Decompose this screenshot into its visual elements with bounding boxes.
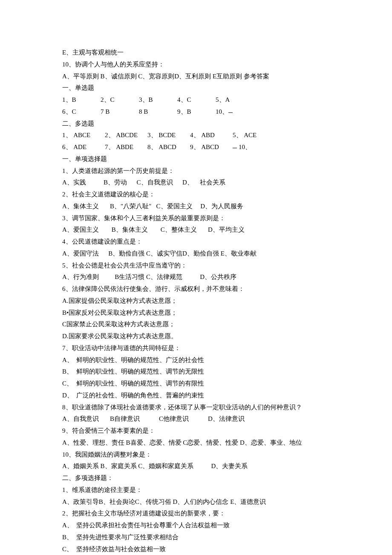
ans-8: 8 B [139,106,177,118]
ans-1: 1、B [62,94,101,106]
question-10: 10、协调个人与他人的关系应坚持： [62,59,330,71]
q3-text: 3、调节国家、集体和个人三者利益关系的最重要原则是： [62,213,330,224]
section-heading-single: 一、单选题 [62,82,330,94]
section-heading-multi-choice: 二、多项选择题： [62,472,330,484]
ans-9: 9、B [177,106,216,118]
multi-answers-row-2: 6、 ADE 7、 ABDE 8、 ABCD 9、 ABCD 10、 [62,141,330,153]
q7-option-c: C、 鲜明的职业性、明确的规范性、调节的有限性 [62,378,330,390]
q9-options: A、性爱、理想、责任 B喜爱、恋爱、情爱 C恋爱、情爱、性爱 D、恋爱、事业、地… [62,437,330,449]
q7-option-a: A、 鲜明的职业性、明确的规范性、广泛的社会性 [62,354,330,366]
ans-7: 7 B [101,106,139,118]
mq1-text: 1、维系道德的途径主要是： [62,484,330,496]
ans-3: 3、B [139,94,177,106]
question-10-options: A、平等原则 B、诚信原则 C、宽容原则D、互利原则 E互助原则 参考答案 [62,71,330,83]
q1-options: A、实践 B、劳动 C、自我意识 D、 社会关系 [62,177,330,189]
q7-option-b: B、 鲜明的职业性、明确的规范性、调节的无限性 [62,366,330,378]
ans-4: 4、C [177,94,216,106]
q6-option-c: C国家禁止公民采取这种方式表达意愿； [62,319,330,331]
q4-options: A、爱国守法 B、勤俭自强 C、诚实守信D、勤俭自强 E、敬业奉献 [62,248,330,260]
mq1-options: A、政策引导B、社会舆论C、传统习俗 D、人们的内心信念 E、道德意识 [62,496,330,508]
mq2-option-c: C、 坚持经济效益与社会效益相一致 [62,543,330,555]
option-e: E、主观与客观相统一 [62,47,330,59]
q10-options: A、婚姻关系 B、家庭关系 C、婚姻和家庭关系 D、夫妻关系 [62,460,330,472]
q8-options: A、自我意识 B自律意识 C他律意识 D、法律意识 [62,413,330,425]
ans-2: 2、C [101,94,139,106]
q9-text: 9、符合爱情三个基本要素的是： [62,425,330,437]
q6-option-a: A.国家提倡公民采取这种方式表达意愿； [62,295,330,307]
q6-option-b: B•国家反对公民采取这种方式表达意愿； [62,307,330,319]
mans-9: 9、 ABCD [190,141,233,153]
single-answers-row-1: 1、B 2、C 3、B 4、C 5、A [62,94,330,106]
mans-10: 10、 [239,141,251,153]
ans-6: 6、C [62,106,101,118]
q4-text: 4、公民道德建设的重点是： [62,236,330,248]
mans-7: 7、 ABDE [105,141,147,153]
q7-option-d: D、 广泛的社会性、明确的角色性、普遍的约束性 [62,390,330,402]
mans-5: 5、 ACE [233,129,275,141]
q5-text: 5、社会公德是社会公共生活中应当遵守的： [62,260,330,272]
ans-5: 5、A [216,94,254,106]
q2-options: A、集体主义 B、"八荣八耻" C、爱国主义 D、为人民服务 [62,201,330,213]
mans-3: 3、 BCDE [147,129,190,141]
q7-text: 7、职业活动中法律与道德的共同特征是： [62,342,330,354]
q1-text: 1、人类道德起源的第一个历史前提是： [62,165,330,177]
q5-options: A、行为准则 B生活习惯 C、法律规范 D、公共秩序 [62,271,330,283]
blank-underline-icon [233,147,237,148]
q6-option-d: D.国家要求公民采取这种方式表达意愿。 [62,331,330,342]
multi-answers-row-1: 1、 ABCE 2、 ABCDE 3、 BCDE 4、 ABD 5、 ACE [62,129,330,141]
q2-text: 2、社会主义道德建设的核心是： [62,189,330,201]
mq2-option-b: B、 坚持先进性要求与广泛性要求相结合 [62,532,330,543]
q3-options: A、爱国主义 B、集体主义 C、整体主义 D、平均主义 [62,224,330,236]
q6-text: 6、法律保障公民依法行使集会、游行、示威权利，并不意味着： [62,283,330,295]
mq2-text: 2、把握社会主义市场经济对道德建设提出的新要求，要： [62,508,330,520]
q10-text: 10、我国婚姻法的调整对象是： [62,449,330,461]
ans-10: 10、 [216,106,228,118]
q8-text: 8、职业道德除了体现社会道德要求，还体现了从事一定职业活动的人们的何种意识？ [62,402,330,414]
section-heading-single-choice: 一、单项选择题 [62,153,330,165]
mans-8: 8、 ABCD [147,141,190,153]
mq2-option-a: A、 坚持公民承担社会责任与社会尊重个人合法权益相一致 [62,520,330,532]
section-heading-multi: 二、多选题 [62,118,330,130]
mans-4: 4、 ABD [190,129,233,141]
mans-6: 6、 ADE [62,141,105,153]
blank-underline-icon [228,112,233,113]
document-page: E、主观与客观相统一 10、协调个人与他人的关系应坚持： A、平等原则 B、诚信… [0,0,392,555]
mans-2: 2、 ABCDE [105,129,147,141]
mans-1: 1、 ABCE [62,129,105,141]
single-answers-row-2: 6、C 7 B 8 B 9、B 10、 [62,106,330,118]
